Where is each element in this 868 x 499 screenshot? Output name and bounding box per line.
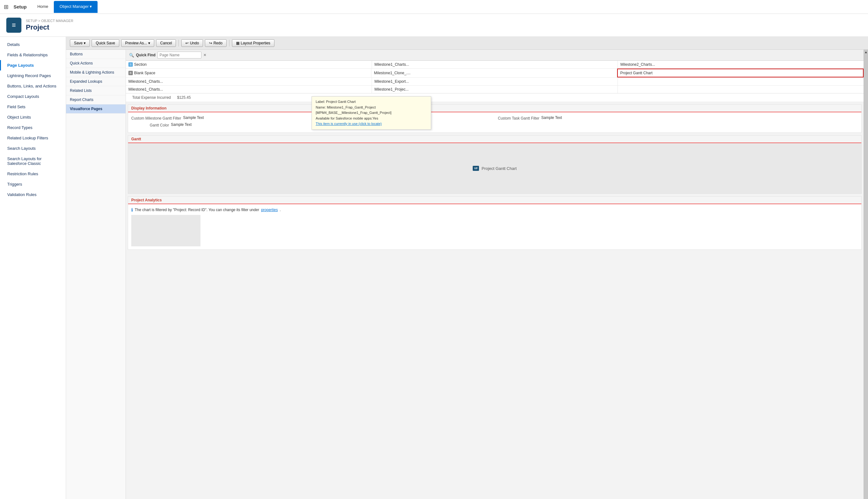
- sidebar-item-search-layouts[interactable]: Search Layouts: [0, 143, 66, 154]
- save-dropdown-icon: ▾: [84, 41, 86, 45]
- undo-button[interactable]: ↩ Undo: [181, 39, 203, 47]
- tab-home[interactable]: Home: [32, 1, 54, 13]
- field-value: Sample Text: [171, 122, 192, 127]
- sidebar-item-related-lookup[interactable]: Related Lookup Filters: [0, 133, 66, 143]
- vf-badge: VF: [473, 166, 479, 171]
- gantt-chart-label: Project Gantt Chart: [482, 166, 517, 171]
- layout-panel: 🔍 Quick Find ✕ S Section Milestone1_C: [126, 50, 864, 499]
- sidebar-item-fields[interactable]: Fields & Relationships: [0, 50, 66, 60]
- elements-row: S Section Milestone1_Charts... Milestone…: [126, 61, 864, 69]
- analytics-body: ℹ The chart is filtered by "Project: Rec…: [128, 204, 861, 250]
- save-button[interactable]: Save ▾: [70, 39, 90, 47]
- picker-mobile-lightning[interactable]: Mobile & Lightning Actions: [66, 68, 125, 77]
- redo-icon: ↪: [209, 41, 212, 45]
- tooltip-available: Available for Salesforce mobile apps:Yes: [316, 116, 427, 121]
- analytics-info-text-suffix: .: [280, 208, 281, 212]
- layout-props-icon: ▦: [236, 41, 240, 45]
- field-group-right: Custom Task Gantt Filter Sample Text: [498, 115, 858, 121]
- object-icon: ≡: [6, 17, 21, 33]
- section-row: Custom Milestone Gantt Filter Sample Tex…: [131, 115, 858, 121]
- nav-tabs: Home Object Manager ▾: [32, 1, 98, 13]
- section-row-2: Gantt Color Sample Text: [131, 122, 858, 127]
- sidebar-item-recordtypes[interactable]: Record Types: [0, 122, 66, 133]
- expense-row: Total Expense Incurred $125.45: [126, 94, 864, 102]
- breadcrumb: SETUP > OBJECT MANAGER: [26, 19, 73, 23]
- picker-quick-actions[interactable]: Quick Actions: [66, 59, 125, 68]
- elements-row: Milestone1_Charts... Milestone1_Export..…: [126, 78, 864, 86]
- tooltip-inuse: This item is currently in use (click to …: [316, 121, 427, 127]
- sidebar-item-search-classic[interactable]: Search Layouts for Salesforce Classic: [0, 154, 66, 169]
- sidebar-item-details[interactable]: Details: [0, 39, 66, 50]
- picker-visualforce[interactable]: Visualforce Pages: [66, 105, 125, 113]
- toolbar: Save ▾ Quick Save Preview As... ▾ Cancel…: [66, 37, 868, 50]
- search-input[interactable]: [157, 52, 202, 59]
- element-blank-space[interactable]: B Blank Space: [126, 69, 371, 77]
- panel-layout: Buttons Quick Actions Mobile & Lightning…: [66, 50, 868, 499]
- element-milestone1-clone[interactable]: Milestone1_Clone_....: [371, 69, 617, 77]
- setup-title: Setup: [13, 4, 27, 10]
- cancel-button[interactable]: Cancel: [156, 39, 176, 47]
- element-milestone1-charts-1[interactable]: Milestone1_Charts...: [372, 61, 618, 68]
- sidebar: Details Fields & Relationships Page Layo…: [0, 37, 66, 499]
- sidebar-item-buttons[interactable]: Buttons, Links, and Actions: [0, 81, 66, 91]
- sidebar-item-lightning[interactable]: Lightning Record Pages: [0, 71, 66, 81]
- field-value: Sample Text: [541, 115, 562, 120]
- redo-button[interactable]: ↪ Redo: [205, 39, 227, 47]
- sidebar-item-validation[interactable]: Validation Rules: [0, 190, 66, 200]
- element-label: Blank Space: [134, 71, 155, 75]
- element-milestone1-export[interactable]: Milestone1_Export...: [372, 78, 618, 85]
- expense-value: $125.45: [177, 95, 191, 100]
- element-milestone1-charts-2[interactable]: Milestone1_Charts...: [126, 78, 372, 85]
- gantt-header: Gantt: [128, 136, 861, 143]
- gantt-section: Gantt VF Project Gantt Chart: [128, 135, 862, 194]
- top-navigation: ⊞ Setup Home Object Manager ▾: [0, 0, 868, 14]
- element-label: Milestone1_Export...: [374, 79, 409, 84]
- element-empty-1: [618, 78, 864, 85]
- element-empty-2: [618, 86, 864, 93]
- main-layout: Details Fields & Relationships Page Layo…: [0, 37, 868, 499]
- element-label: Milestone1_Charts...: [129, 79, 163, 84]
- section-icon: S: [129, 62, 133, 67]
- elements-row: Milestone1_Charts... Milestone1_Projec..…: [126, 86, 864, 93]
- display-info-section: Display Information Custom Milestone Gan…: [128, 105, 862, 133]
- stack-icon: ≡: [12, 21, 16, 29]
- clear-search-button[interactable]: ✕: [203, 53, 206, 57]
- element-milestone2-charts[interactable]: Milestone2_Charts...: [618, 61, 864, 68]
- tooltip-name: Name: Milestone1_Frap_Gantt_Project [MPM…: [316, 105, 427, 116]
- blank-icon: B: [129, 71, 133, 75]
- sidebar-item-compact[interactable]: Compact Layouts: [0, 91, 66, 102]
- element-milestone1-charts-3[interactable]: Milestone1_Charts...: [126, 86, 372, 93]
- scrollbar[interactable]: ▲: [864, 50, 868, 499]
- quicksave-button[interactable]: Quick Save: [92, 39, 119, 47]
- field-label: Gantt Color: [131, 122, 169, 127]
- sidebar-item-objectlimits[interactable]: Object Limits: [0, 112, 66, 122]
- picker-buttons[interactable]: Buttons: [66, 50, 125, 59]
- tab-object-manager[interactable]: Object Manager ▾: [54, 1, 98, 13]
- analytics-header: Project Analytics: [128, 197, 861, 204]
- sidebar-item-page-layouts[interactable]: Page Layouts: [0, 60, 66, 71]
- app-grid-icon[interactable]: ⊞: [4, 3, 9, 10]
- element-milestone1-projec[interactable]: Milestone1_Projec...: [372, 86, 618, 93]
- info-icon: ℹ: [131, 207, 133, 212]
- gantt-body: VF Project Gantt Chart: [128, 143, 861, 194]
- element-section[interactable]: S Section: [126, 61, 372, 68]
- field-label: Custom Milestone Gantt Filter: [131, 115, 181, 121]
- element-label: Section: [134, 62, 147, 67]
- picker-expanded-lookups[interactable]: Expanded Lookups: [66, 77, 125, 86]
- picker-report-charts[interactable]: Report Charts: [66, 95, 125, 105]
- layout-properties-button[interactable]: ▦ Layout Properties: [232, 39, 275, 47]
- scroll-arrow-up[interactable]: ▲: [865, 50, 868, 54]
- header-text: SETUP > OBJECT MANAGER Project: [26, 19, 73, 32]
- properties-link[interactable]: properties: [261, 208, 278, 212]
- preview-dropdown-icon: ▾: [148, 41, 150, 45]
- sidebar-item-fieldsets[interactable]: Field Sets: [0, 102, 66, 112]
- sidebar-item-triggers[interactable]: Triggers: [0, 179, 66, 190]
- element-project-gantt-chart[interactable]: Project Gantt Chart: [617, 69, 864, 77]
- sidebar-item-restriction[interactable]: Restriction Rules: [0, 169, 66, 179]
- header-band: ≡ SETUP > OBJECT MANAGER Project: [0, 14, 868, 37]
- analytics-info-text-prefix: The chart is filtered by "Project: Recor…: [135, 208, 259, 212]
- elements-row: B Blank Space Milestone1_Clone_.... Proj…: [126, 69, 864, 78]
- field-label: Custom Task Gantt Filter: [498, 115, 540, 121]
- picker-related-lists[interactable]: Related Lists: [66, 86, 125, 95]
- previewas-button[interactable]: Preview As... ▾: [121, 39, 154, 47]
